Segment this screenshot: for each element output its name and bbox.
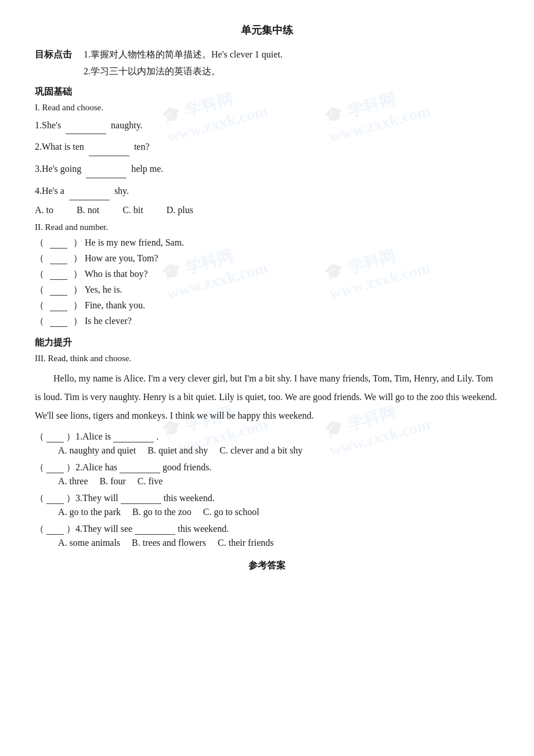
mc-q2-after: good friends. [163, 462, 211, 473]
list-item: （ ） Fine, thank you. [35, 300, 499, 312]
mc-q2-option-B: B. four [100, 476, 126, 487]
mc-q1-number-blank [46, 431, 64, 442]
mc-q2-options: A. three B. four C. five [58, 476, 499, 487]
q3-text: 3.He's going [35, 164, 84, 174]
mc-q4-blank [135, 524, 175, 535]
q2-blank [89, 139, 129, 156]
sentence-5: ） Fine, thank you. [73, 300, 145, 312]
q4-text: 4.He's a [35, 186, 67, 196]
target-label: 目标点击 [35, 46, 72, 80]
question-2: 2.What is ten ten? [35, 139, 499, 156]
mc-q3-text: ）3.They will [66, 492, 118, 505]
mc-q1-after: . [156, 431, 158, 442]
list-item: （ ） How are you, Tom? [35, 253, 499, 265]
answer-section: 参考答案 [35, 560, 499, 572]
mc-q1-options: A. naughty and quiet B. quiet and shy C.… [58, 445, 499, 456]
q4-blank [69, 183, 110, 200]
paren-open-1: （ [35, 237, 44, 249]
mc-q2-row: （ ）2.Alice has good friends. [35, 462, 499, 474]
number-blank-4 [50, 285, 67, 296]
target-items: 1.掌握对人物性格的简单描述。He's clever 1 quiet. 2.学习… [84, 46, 283, 80]
mc-q4-row: （ ）4.They will see this weekend. [35, 523, 499, 535]
number-blank-3 [50, 269, 67, 280]
list-item: （ ） Is he clever? [35, 315, 499, 327]
sentence-4: ） Yes, he is. [73, 284, 122, 296]
numbering-section: （ ） He is my new friend, Sam. （ ） How ar… [35, 237, 499, 327]
mc-q4-paren: （ [35, 523, 44, 535]
sentence-3: ） Who is that boy? [73, 268, 148, 280]
mc-q4-option-C: C. their friends [218, 538, 273, 548]
mc-q4-options: A. some animals B. trees and flowers C. … [58, 538, 499, 548]
number-blank-2 [50, 253, 67, 264]
page-title: 单元集中练 [35, 23, 499, 37]
mc-question-3: （ ）3.They will this weekend. A. go to th… [35, 492, 499, 517]
mc-q1-option-B: B. quiet and shy [147, 445, 208, 456]
mc-q4-after: this weekend. [178, 524, 229, 534]
mc-q1-option-A: A. naughty and quiet [58, 445, 136, 456]
section2-title: 能力提升 [35, 337, 499, 349]
paren-open-3: （ [35, 268, 44, 280]
mc-q1-text: ）1.Alice is [66, 431, 111, 443]
mc-q3-number-blank [46, 493, 64, 504]
mc-question-2: （ ）2.Alice has good friends. A. three B.… [35, 462, 499, 487]
paren-open-6: （ [35, 315, 44, 327]
mc-question-1: （ ）1.Alice is . A. naughty and quiet B. … [35, 431, 499, 456]
q3-blank [86, 161, 127, 178]
reading-passage: Hello, my name is Alice. I'm a very clev… [35, 369, 499, 425]
target-section: 目标点击 1.掌握对人物性格的简单描述。He's clever 1 quiet.… [35, 46, 499, 80]
mc-q2-paren: （ [35, 462, 44, 474]
mc-q2-number-blank [46, 462, 64, 473]
mc-q2-blank [120, 462, 160, 473]
mc-q1-option-C: C. clever and a bit shy [219, 445, 302, 456]
mc-question-4: （ ）4.They will see this weekend. A. some… [35, 523, 499, 548]
question-1: 1.She's naughty. [35, 117, 499, 135]
mc-q3-row: （ ）3.They will this weekend. [35, 492, 499, 505]
paren-open-4: （ [35, 284, 44, 296]
mc-q2-option-C: C. five [138, 476, 163, 487]
options-row-I: A. to B. not C. bit D. plus [35, 205, 499, 215]
q4-after: shy. [114, 186, 129, 196]
section1-title: 巩固基础 [35, 86, 499, 98]
mc-q3-option-B: B. go to the zoo [132, 507, 192, 517]
mc-q2-text: ）2.Alice has [66, 462, 117, 474]
subsection-I-title: I. Read and choose. [35, 103, 499, 113]
subsection-II-title: II. Read and number. [35, 222, 499, 232]
mc-q3-option-A: A. go to the park [58, 507, 121, 517]
number-blank-5 [50, 300, 67, 311]
list-item: （ ） Who is that boy? [35, 268, 499, 280]
mc-q3-paren: （ [35, 492, 44, 505]
mc-q1-blank [113, 431, 154, 442]
q1-blank [66, 117, 106, 135]
passage-text: Hello, my name is Alice. I'm a very clev… [35, 373, 497, 420]
target-item-1: 1.掌握对人物性格的简单描述。He's clever 1 quiet. [84, 46, 283, 63]
sentence-2: ） How are you, Tom? [73, 253, 158, 265]
paren-open-5: （ [35, 300, 44, 312]
target-item-2: 2.学习三十以内加法的英语表达。 [84, 63, 283, 80]
paren-open-2: （ [35, 253, 44, 265]
mc-q4-text: ）4.They will see [66, 523, 132, 535]
mc-q4-option-A: A. some animals [58, 538, 120, 548]
mc-q1-paren: （ [35, 431, 44, 443]
mc-q3-after: this weekend. [164, 493, 215, 503]
option-D: D. plus [167, 205, 193, 215]
question-3: 3.He's going help me. [35, 161, 499, 178]
q2-after: ten? [134, 142, 150, 152]
question-4: 4.He's a shy. [35, 183, 499, 200]
list-item: （ ） Yes, he is. [35, 284, 499, 296]
q2-text: 2.What is ten [35, 142, 86, 152]
subsection-III-title: III. Read, think and choose. [35, 354, 499, 363]
mc-q4-number-blank [46, 524, 64, 535]
mc-q3-option-C: C. go to school [203, 507, 259, 517]
q1-text: 1.She's [35, 120, 63, 130]
q1-after: naughty. [111, 120, 143, 130]
list-item: （ ） He is my new friend, Sam. [35, 237, 499, 249]
sentence-6: ） Is he clever? [73, 315, 132, 327]
number-blank-6 [50, 316, 67, 327]
option-B: B. not [77, 205, 99, 215]
sentence-1: ） He is my new friend, Sam. [73, 237, 184, 249]
mc-q3-options: A. go to the park B. go to the zoo C. go… [58, 507, 499, 517]
q3-after: help me. [131, 164, 163, 174]
mc-q3-blank [121, 493, 161, 504]
option-A: A. to [35, 205, 53, 215]
mc-q2-option-A: A. three [58, 476, 88, 487]
